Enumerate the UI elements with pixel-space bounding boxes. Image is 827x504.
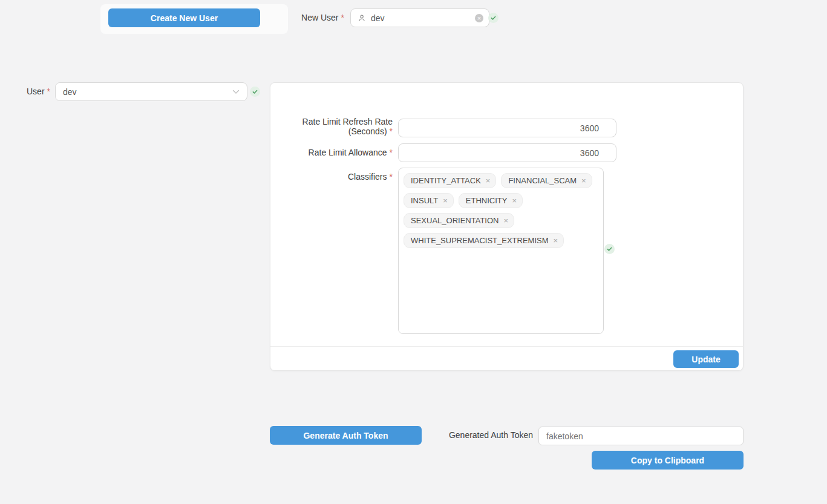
classifiers-label-text: Classifiers: [348, 172, 387, 182]
classifier-tag-label: IDENTITY_ATTACK: [411, 176, 481, 185]
user-admin-page: { "header": { "create_button_label": "Cr…: [0, 0, 827, 504]
classifier-tag: IDENTITY_ATTACK ×: [404, 173, 496, 188]
remove-tag-icon[interactable]: ×: [512, 197, 517, 205]
user-settings-panel: Rate Limit Refresh Rate (Seconds)* Rate …: [270, 82, 744, 371]
rate-limit-refresh-input[interactable]: [398, 119, 616, 137]
classifier-tag: FINANCIAL_SCAM ×: [501, 173, 592, 188]
panel-footer-divider: [270, 346, 743, 347]
classifier-tag: SEXUAL_ORIENTATION ×: [404, 213, 514, 228]
classifier-tag-label: INSULT: [411, 196, 438, 205]
update-button[interactable]: Update: [673, 350, 739, 368]
create-new-user-button[interactable]: Create New User: [108, 8, 260, 27]
remove-tag-icon[interactable]: ×: [554, 237, 558, 244]
user-select[interactable]: dev: [55, 82, 247, 101]
rate-limit-refresh-label-line1: Rate Limit Refresh Rate: [302, 117, 393, 126]
clear-icon[interactable]: ×: [475, 14, 483, 22]
classifier-tag-label: WHITE_SUPREMACIST_EXTREMISM: [411, 236, 549, 245]
required-asterisk: *: [47, 87, 50, 96]
new-user-input[interactable]: [371, 13, 475, 23]
required-asterisk: *: [390, 148, 393, 157]
required-asterisk: *: [341, 13, 344, 22]
user-label-text: User: [27, 87, 45, 96]
remove-tag-icon[interactable]: ×: [503, 217, 508, 224]
classifiers-label: Classifiers*: [270, 168, 393, 186]
copy-to-clipboard-button[interactable]: Copy to Clipboard: [592, 451, 744, 470]
remove-tag-icon[interactable]: ×: [581, 177, 586, 185]
rate-limit-allowance-label: Rate Limit Allowance*: [270, 143, 393, 162]
classifiers-valid-check-icon: [604, 244, 615, 254]
classifier-tag: WHITE_SUPREMACIST_EXTREMISM ×: [404, 233, 564, 248]
remove-tag-icon[interactable]: ×: [486, 177, 491, 185]
rate-limit-allowance-input[interactable]: [398, 143, 616, 162]
chevron-down-icon: [232, 90, 240, 94]
classifier-tag-label: ETHNICITY: [466, 196, 508, 205]
person-icon: [358, 14, 366, 22]
rate-limit-refresh-label-line2: (Seconds): [348, 126, 387, 136]
required-asterisk: *: [390, 126, 393, 136]
user-label: User*: [0, 82, 50, 101]
generate-auth-token-button[interactable]: Generate Auth Token: [270, 426, 422, 445]
classifier-tag-label: FINANCIAL_SCAM: [508, 176, 577, 185]
new-user-valid-check-icon: [488, 13, 498, 23]
generated-auth-token-label: Generated Auth Token: [417, 426, 533, 445]
new-user-input-box[interactable]: ×: [350, 8, 489, 27]
new-user-label-text: New User: [301, 13, 338, 22]
classifier-tag: ETHNICITY ×: [459, 193, 523, 208]
user-select-value: dev: [63, 87, 232, 97]
new-user-label: New User*: [254, 8, 344, 27]
rate-limit-allowance-label-text: Rate Limit Allowance: [309, 148, 387, 157]
rate-limit-refresh-label: Rate Limit Refresh Rate (Seconds)*: [270, 117, 393, 136]
classifier-tag-label: SEXUAL_ORIENTATION: [411, 216, 498, 225]
user-valid-check-icon: [250, 87, 260, 97]
remove-tag-icon[interactable]: ×: [443, 197, 448, 205]
generated-auth-token-input[interactable]: [538, 427, 744, 445]
classifier-tag: INSULT ×: [404, 193, 454, 208]
classifiers-multiselect[interactable]: IDENTITY_ATTACK × FINANCIAL_SCAM × INSUL…: [398, 168, 604, 334]
required-asterisk: *: [390, 172, 393, 182]
